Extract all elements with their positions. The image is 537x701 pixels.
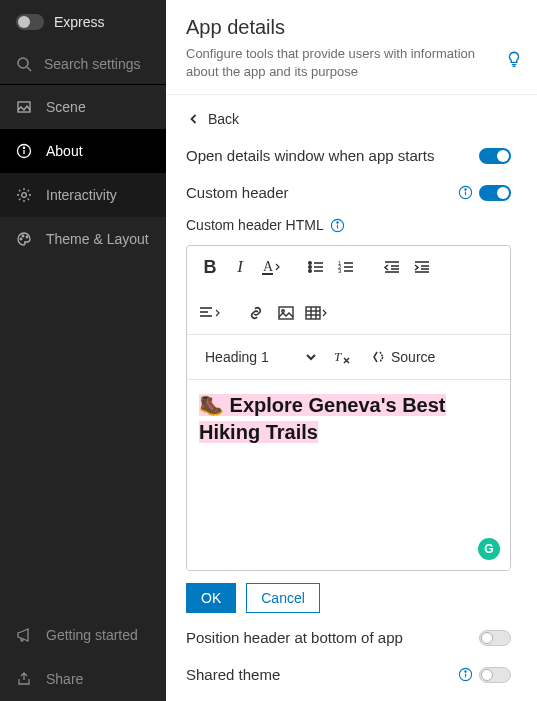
custom-header-toggle[interactable]: [479, 185, 511, 201]
main-panel: App details Configure tools that provide…: [166, 0, 537, 701]
svg-point-6: [22, 193, 27, 198]
sidebar-item-share[interactable]: Share: [0, 657, 166, 701]
source-button[interactable]: Source: [365, 344, 439, 370]
info-icon[interactable]: [458, 185, 473, 200]
position-bottom-toggle[interactable]: [479, 630, 511, 646]
info-icon[interactable]: [330, 218, 345, 233]
express-toggle[interactable]: [16, 14, 44, 30]
row-label: Open details window when app starts: [186, 147, 434, 164]
back-button[interactable]: Back: [186, 95, 511, 137]
sidebar-item-label: Theme & Layout: [46, 231, 149, 247]
editor-actions: OK Cancel: [186, 571, 511, 619]
express-label: Express: [54, 14, 105, 30]
sidebar-item-interactivity[interactable]: Interactivity: [0, 173, 166, 217]
scene-icon: [16, 99, 32, 115]
editor-content[interactable]: 🥾 Explore Geneva's Best Hiking Trails G: [187, 380, 510, 570]
ok-button[interactable]: OK: [186, 583, 236, 613]
row-custom-header: Custom header: [186, 174, 511, 211]
svg-point-7: [20, 238, 22, 240]
italic-button[interactable]: I: [227, 254, 253, 280]
clear-formatting-button[interactable]: T: [329, 344, 355, 370]
bold-button[interactable]: B: [197, 254, 223, 280]
svg-point-9: [26, 236, 28, 238]
megaphone-icon: [16, 627, 32, 643]
editor-toolbar-row2: Heading 1 T Source: [187, 335, 510, 380]
svg-text:3: 3: [338, 268, 342, 274]
row-custom-header-html: Custom header HTML: [186, 211, 511, 245]
panel-header: App details Configure tools that provide…: [166, 0, 537, 95]
svg-rect-45: [306, 307, 320, 319]
outdent-button[interactable]: [379, 254, 405, 280]
svg-point-53: [465, 671, 466, 672]
svg-point-17: [337, 221, 338, 222]
row-shared-theme: Shared theme: [186, 656, 511, 693]
page-title: App details: [186, 16, 517, 39]
sidebar-item-scene[interactable]: Scene: [0, 85, 166, 129]
svg-rect-19: [262, 273, 273, 275]
page-description: Configure tools that provide users with …: [186, 45, 496, 80]
search-icon: [16, 56, 32, 72]
cancel-button[interactable]: Cancel: [246, 583, 320, 613]
svg-text:A: A: [263, 259, 274, 274]
info-icon: [16, 143, 32, 159]
sidebar-item-label: Scene: [46, 99, 86, 115]
svg-point-24: [309, 270, 311, 272]
open-details-toggle[interactable]: [479, 148, 511, 164]
sidebar-item-theme[interactable]: Theme & Layout: [0, 217, 166, 261]
editor-toolbar: B I A 123: [187, 246, 510, 335]
row-label: Custom header: [186, 184, 289, 201]
format-select[interactable]: Heading 1: [197, 343, 319, 371]
editor-text[interactable]: 🥾 Explore Geneva's Best Hiking Trails: [199, 394, 446, 443]
svg-point-0: [18, 58, 28, 68]
image-button[interactable]: [273, 300, 299, 326]
row-open-details: Open details window when app starts: [186, 137, 511, 174]
numbered-list-button[interactable]: 123: [333, 254, 359, 280]
indent-button[interactable]: [409, 254, 435, 280]
link-button[interactable]: [243, 300, 269, 326]
grammarly-icon[interactable]: G: [478, 538, 500, 560]
row-position-bottom: Position header at bottom of app: [186, 619, 511, 656]
sidebar-item-label: Interactivity: [46, 187, 117, 203]
bullet-list-button[interactable]: [303, 254, 329, 280]
row-label: Shared theme: [186, 666, 280, 683]
svg-text:T: T: [334, 349, 342, 364]
shared-theme-toggle[interactable]: [479, 667, 511, 683]
source-label: Source: [391, 349, 435, 365]
share-icon: [16, 671, 32, 687]
row-label: Position header at bottom of app: [186, 629, 403, 646]
info-icon[interactable]: [458, 667, 473, 682]
svg-point-5: [23, 147, 24, 148]
search-settings[interactable]: Search settings: [0, 44, 166, 85]
svg-point-20: [309, 262, 311, 264]
sidebar-item-about[interactable]: About: [0, 129, 166, 173]
content-scroll[interactable]: Back Open details window when app starts…: [166, 95, 537, 701]
sidebar-item-label: Share: [46, 671, 83, 687]
svg-point-44: [282, 310, 285, 313]
align-button[interactable]: [197, 300, 223, 326]
sidebar-item-getting-started[interactable]: Getting started: [0, 613, 166, 657]
sidebar-item-label: About: [46, 143, 83, 159]
sidebar-item-label: Getting started: [46, 627, 138, 643]
palette-icon: [16, 231, 32, 247]
lightbulb-icon[interactable]: [505, 50, 523, 68]
svg-point-14: [465, 189, 466, 190]
search-placeholder: Search settings: [44, 56, 141, 72]
chevron-left-icon: [186, 111, 202, 127]
table-button[interactable]: [303, 300, 329, 326]
back-label: Back: [208, 111, 239, 127]
svg-point-8: [22, 235, 24, 237]
svg-line-1: [27, 67, 31, 71]
text-color-button[interactable]: A: [257, 254, 283, 280]
svg-rect-43: [279, 307, 293, 319]
row-label: Custom header HTML: [186, 217, 324, 233]
svg-point-22: [309, 266, 311, 268]
express-toggle-row: Express: [0, 0, 166, 44]
gear-icon: [16, 187, 32, 203]
sidebar-bottom: Getting started Share: [0, 613, 166, 701]
sidebar: Express Search settings Scene About Inte…: [0, 0, 166, 701]
rich-text-editor: B I A 123: [186, 245, 511, 571]
sidebar-nav: Scene About Interactivity Theme & Layout: [0, 85, 166, 261]
